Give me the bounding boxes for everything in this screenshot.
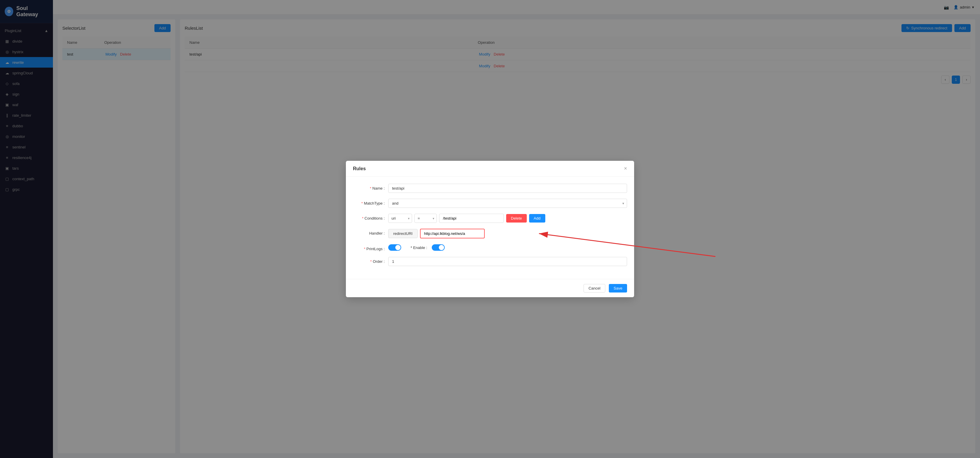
condition-value-input[interactable]	[439, 214, 504, 223]
enable-toggle[interactable]	[432, 244, 445, 251]
modal-overlay[interactable]: Rules × Name : MatchType :	[0, 0, 980, 458]
cancel-button[interactable]: Cancel	[584, 284, 605, 293]
modal-title: Rules	[353, 166, 366, 171]
condition-op-select[interactable]: = != match	[414, 214, 437, 223]
condition-type-select[interactable]: uri header query	[388, 214, 412, 223]
handler-inputs: redirectURI	[388, 229, 627, 238]
match-type-row: MatchType : and or ▾	[353, 199, 627, 208]
name-label: Name :	[353, 184, 388, 190]
order-input[interactable]	[388, 257, 627, 266]
order-label: Order :	[353, 257, 388, 264]
name-field-row: Name :	[353, 184, 627, 193]
modal-body: Name : MatchType : and or	[346, 177, 634, 279]
print-logs-toggle[interactable]	[388, 244, 401, 251]
conditions-row: Conditions : uri header query ▾	[353, 214, 627, 223]
order-row: Order :	[353, 257, 627, 266]
modal-footer: Cancel Save	[346, 279, 634, 297]
order-control	[388, 257, 627, 266]
handler-row: Handler : redirectURI	[353, 229, 627, 238]
handler-control: redirectURI	[388, 229, 627, 238]
modal-header: Rules ×	[346, 161, 634, 177]
logs-enable-row: PrintLogs : * Enable :	[353, 244, 627, 251]
conditions-inputs: uri header query ▾ = != match	[388, 214, 627, 223]
handler-label: Handler :	[353, 229, 388, 236]
match-type-select-wrapper: and or ▾	[388, 199, 627, 208]
name-field-control	[388, 184, 627, 193]
handler-value-input[interactable]	[420, 229, 485, 238]
condition-type-wrapper: uri header query ▾	[388, 214, 412, 223]
logs-enable-control: * Enable :	[388, 244, 627, 251]
save-button[interactable]: Save	[609, 284, 627, 293]
conditions-control: uri header query ▾ = != match	[388, 214, 627, 223]
print-logs-label: PrintLogs :	[353, 244, 388, 251]
name-input[interactable]	[388, 184, 627, 193]
match-type-select[interactable]: and or	[388, 199, 627, 208]
toggle-group-wrapper: * Enable :	[388, 244, 627, 251]
modal-close-button[interactable]: ×	[624, 165, 627, 172]
match-type-control: and or ▾	[388, 199, 627, 208]
enable-label: * Enable :	[410, 246, 427, 250]
match-type-label: MatchType :	[353, 199, 388, 206]
handler-type-label: redirectURI	[388, 229, 418, 238]
condition-add-button[interactable]: Add	[529, 214, 545, 222]
rules-modal: Rules × Name : MatchType :	[346, 161, 634, 297]
condition-delete-button[interactable]: Delete	[506, 214, 527, 222]
conditions-label: Conditions :	[353, 214, 388, 220]
condition-op-wrapper: = != match ▾	[414, 214, 437, 223]
